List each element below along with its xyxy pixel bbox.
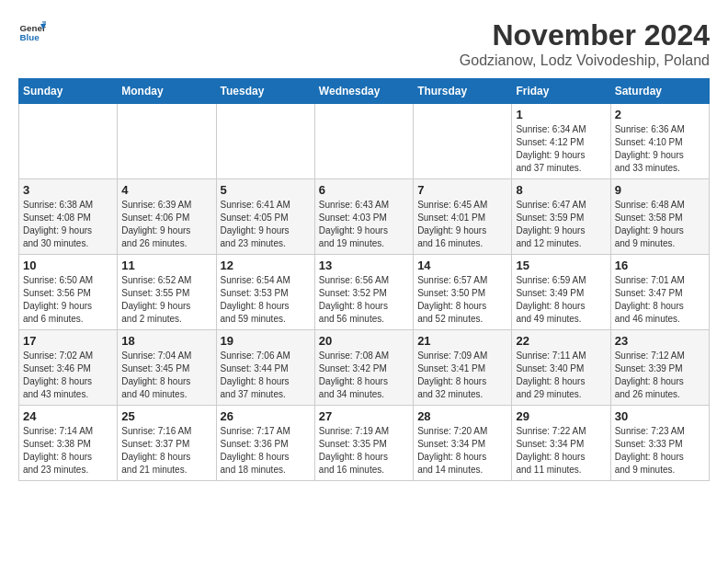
day-info: Sunrise: 7:11 AM Sunset: 3:40 PM Dayligh… [516,350,606,401]
weekday-header-cell: Sunday [19,79,118,104]
day-number: 17 [23,334,113,348]
day-number: 26 [221,409,311,423]
calendar-cell: 16Sunrise: 7:01 AM Sunset: 3:47 PM Dayli… [610,255,709,330]
calendar-cell [19,104,118,179]
calendar-cell: 2Sunrise: 6:36 AM Sunset: 4:10 PM Daylig… [610,104,709,179]
calendar-table: SundayMondayTuesdayWednesdayThursdayFrid… [18,78,710,481]
calendar-cell: 18Sunrise: 7:04 AM Sunset: 3:45 PM Dayli… [118,330,216,406]
day-number: 7 [417,183,507,197]
calendar-cell [314,104,413,179]
calendar-cell: 27Sunrise: 7:19 AM Sunset: 3:35 PM Dayli… [314,406,413,481]
calendar-body: 1Sunrise: 6:34 AM Sunset: 4:12 PM Daylig… [19,104,710,481]
day-number: 8 [516,183,606,197]
day-info: Sunrise: 6:47 AM Sunset: 3:59 PM Dayligh… [516,199,606,250]
day-number: 23 [615,334,705,348]
logo-icon: General Blue [18,18,46,46]
calendar-week-row: 3Sunrise: 6:38 AM Sunset: 4:08 PM Daylig… [19,179,710,255]
day-info: Sunrise: 7:22 AM Sunset: 3:34 PM Dayligh… [516,425,606,477]
day-info: Sunrise: 7:17 AM Sunset: 3:36 PM Dayligh… [221,425,311,477]
calendar-cell: 7Sunrise: 6:45 AM Sunset: 4:01 PM Daylig… [414,179,512,255]
day-info: Sunrise: 6:50 AM Sunset: 3:56 PM Dayligh… [23,274,113,326]
day-number: 5 [221,183,311,197]
calendar-cell: 1Sunrise: 6:34 AM Sunset: 4:12 PM Daylig… [512,104,610,179]
day-number: 4 [121,183,211,197]
calendar-cell: 6Sunrise: 6:43 AM Sunset: 4:03 PM Daylig… [314,179,413,255]
calendar-cell: 24Sunrise: 7:14 AM Sunset: 3:38 PM Dayli… [19,406,118,481]
title-block: November 2024 Godzianow, Lodz Voivodeshi… [460,18,710,69]
day-number: 2 [615,108,705,121]
weekday-header-cell: Wednesday [314,79,413,104]
weekday-header-cell: Tuesday [216,79,314,104]
day-info: Sunrise: 7:01 AM Sunset: 3:47 PM Dayligh… [615,274,705,326]
weekday-header-cell: Monday [118,79,216,104]
day-number: 12 [221,259,311,272]
month-title: November 2024 [460,18,710,52]
weekday-header-row: SundayMondayTuesdayWednesdayThursdayFrid… [19,79,710,104]
day-info: Sunrise: 7:19 AM Sunset: 3:35 PM Dayligh… [319,425,409,477]
day-number: 9 [615,183,705,197]
calendar-cell: 11Sunrise: 6:52 AM Sunset: 3:55 PM Dayli… [118,255,216,330]
day-number: 19 [221,334,311,348]
day-info: Sunrise: 7:02 AM Sunset: 3:46 PM Dayligh… [23,350,113,401]
calendar-week-row: 1Sunrise: 6:34 AM Sunset: 4:12 PM Daylig… [19,104,710,179]
day-number: 10 [23,259,113,272]
day-info: Sunrise: 6:43 AM Sunset: 4:03 PM Dayligh… [319,199,409,250]
day-info: Sunrise: 6:39 AM Sunset: 4:06 PM Dayligh… [121,199,211,250]
calendar-cell: 10Sunrise: 6:50 AM Sunset: 3:56 PM Dayli… [19,255,118,330]
logo: General Blue [18,18,46,46]
day-info: Sunrise: 7:12 AM Sunset: 3:39 PM Dayligh… [615,350,705,401]
day-info: Sunrise: 6:48 AM Sunset: 3:58 PM Dayligh… [615,199,705,250]
calendar-cell: 20Sunrise: 7:08 AM Sunset: 3:42 PM Dayli… [314,330,413,406]
day-info: Sunrise: 6:54 AM Sunset: 3:53 PM Dayligh… [221,274,311,326]
day-number: 16 [615,259,705,272]
day-number: 15 [516,259,606,272]
calendar-cell: 17Sunrise: 7:02 AM Sunset: 3:46 PM Dayli… [19,330,118,406]
day-number: 21 [417,334,507,348]
calendar-cell: 4Sunrise: 6:39 AM Sunset: 4:06 PM Daylig… [118,179,216,255]
day-info: Sunrise: 6:52 AM Sunset: 3:55 PM Dayligh… [121,274,211,326]
day-info: Sunrise: 6:41 AM Sunset: 4:05 PM Dayligh… [221,199,311,250]
day-info: Sunrise: 7:06 AM Sunset: 3:44 PM Dayligh… [221,350,311,401]
calendar-cell: 29Sunrise: 7:22 AM Sunset: 3:34 PM Dayli… [512,406,610,481]
calendar-cell: 30Sunrise: 7:23 AM Sunset: 3:33 PM Dayli… [610,406,709,481]
day-number: 20 [319,334,409,348]
day-info: Sunrise: 7:23 AM Sunset: 3:33 PM Dayligh… [615,425,705,477]
day-number: 13 [319,259,409,272]
calendar-week-row: 10Sunrise: 6:50 AM Sunset: 3:56 PM Dayli… [19,255,710,330]
page-header: General Blue November 2024 Godzianow, Lo… [18,18,710,69]
calendar-week-row: 17Sunrise: 7:02 AM Sunset: 3:46 PM Dayli… [19,330,710,406]
calendar-cell: 3Sunrise: 6:38 AM Sunset: 4:08 PM Daylig… [19,179,118,255]
day-info: Sunrise: 7:16 AM Sunset: 3:37 PM Dayligh… [121,425,211,477]
location: Godzianow, Lodz Voivodeship, Poland [460,52,710,69]
day-number: 30 [615,409,705,423]
calendar-cell: 13Sunrise: 6:56 AM Sunset: 3:52 PM Dayli… [314,255,413,330]
day-info: Sunrise: 6:38 AM Sunset: 4:08 PM Dayligh… [23,199,113,250]
calendar-cell: 8Sunrise: 6:47 AM Sunset: 3:59 PM Daylig… [512,179,610,255]
calendar-cell: 9Sunrise: 6:48 AM Sunset: 3:58 PM Daylig… [610,179,709,255]
calendar-cell: 28Sunrise: 7:20 AM Sunset: 3:34 PM Dayli… [414,406,512,481]
weekday-header-cell: Thursday [414,79,512,104]
day-number: 14 [417,259,507,272]
calendar-cell: 25Sunrise: 7:16 AM Sunset: 3:37 PM Dayli… [118,406,216,481]
day-info: Sunrise: 6:56 AM Sunset: 3:52 PM Dayligh… [319,274,409,326]
day-info: Sunrise: 7:09 AM Sunset: 3:41 PM Dayligh… [417,350,507,401]
calendar-week-row: 24Sunrise: 7:14 AM Sunset: 3:38 PM Dayli… [19,406,710,481]
svg-text:Blue: Blue [20,32,40,42]
calendar-cell: 26Sunrise: 7:17 AM Sunset: 3:36 PM Dayli… [216,406,314,481]
day-info: Sunrise: 7:14 AM Sunset: 3:38 PM Dayligh… [23,425,113,477]
day-number: 28 [417,409,507,423]
day-number: 22 [516,334,606,348]
calendar-cell: 15Sunrise: 6:59 AM Sunset: 3:49 PM Dayli… [512,255,610,330]
calendar-cell: 21Sunrise: 7:09 AM Sunset: 3:41 PM Dayli… [414,330,512,406]
day-info: Sunrise: 6:57 AM Sunset: 3:50 PM Dayligh… [417,274,507,326]
day-number: 18 [121,334,211,348]
day-info: Sunrise: 6:36 AM Sunset: 4:10 PM Dayligh… [615,123,705,175]
calendar-cell [216,104,314,179]
calendar-cell: 14Sunrise: 6:57 AM Sunset: 3:50 PM Dayli… [414,255,512,330]
calendar-cell: 19Sunrise: 7:06 AM Sunset: 3:44 PM Dayli… [216,330,314,406]
day-info: Sunrise: 6:59 AM Sunset: 3:49 PM Dayligh… [516,274,606,326]
day-info: Sunrise: 6:45 AM Sunset: 4:01 PM Dayligh… [417,199,507,250]
weekday-header-cell: Saturday [610,79,709,104]
calendar-cell: 23Sunrise: 7:12 AM Sunset: 3:39 PM Dayli… [610,330,709,406]
day-number: 27 [319,409,409,423]
